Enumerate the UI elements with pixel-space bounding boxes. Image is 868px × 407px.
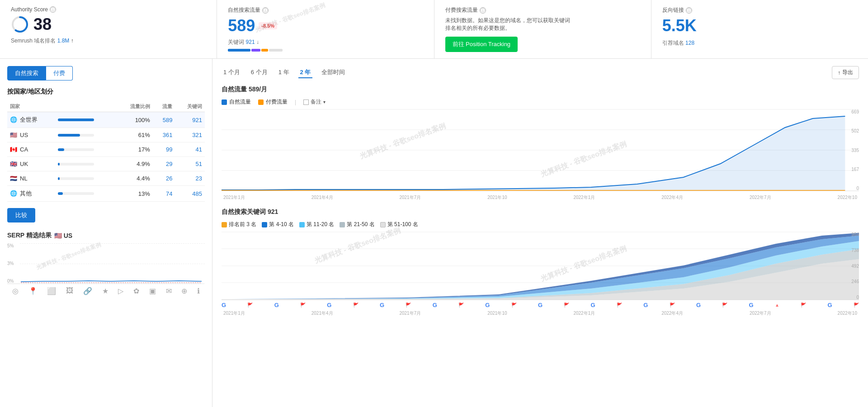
country-traffic[interactable]: 26	[153, 171, 175, 186]
domain-rank-value[interactable]: 1.8M	[57, 38, 70, 44]
traffic-bar-fill	[58, 118, 94, 121]
country-keywords[interactable]: 51	[175, 157, 205, 171]
country-bar-cell	[55, 186, 116, 202]
g-icon-2: G	[274, 302, 279, 308]
serp-icon-mail[interactable]: ✉	[166, 287, 172, 295]
time-btn-6m[interactable]: 6 个月	[249, 67, 269, 78]
time-btn-1y[interactable]: 1 年	[277, 67, 291, 78]
col-bar	[55, 101, 116, 112]
organic-traffic-title-label: 自然搜索流量 ⓘ	[228, 6, 423, 14]
kw-legend-51-100[interactable]: 第 51-100 名	[380, 221, 418, 228]
legend-organic-dot	[222, 99, 227, 105]
flag-11: ▲	[775, 303, 779, 308]
traffic-bar-bg	[58, 118, 94, 121]
serp-icon-plus[interactable]: ⊕	[181, 287, 187, 295]
serp-icon-circle[interactable]: ◎	[12, 287, 19, 295]
backlinks-sub: 引荐域名 128	[662, 39, 857, 47]
y-label-502: 502	[851, 128, 859, 133]
country-keywords[interactable]: 921	[175, 112, 205, 128]
compare-button[interactable]: 比较	[7, 208, 35, 222]
country-section-title: 按国家/地区划分	[7, 88, 205, 96]
time-btn-1m[interactable]: 1 个月	[222, 67, 242, 78]
y-label-0: 0	[851, 186, 859, 191]
kw-legend-11-20[interactable]: 第 11-20 名	[299, 221, 334, 228]
kw-legend-4-10[interactable]: 第 4-10 名	[262, 221, 294, 228]
kw-y-984: 984	[851, 232, 859, 237]
x-2022-1: 2022年1月	[573, 194, 595, 201]
country-keywords[interactable]: 321	[175, 128, 205, 142]
country-traffic[interactable]: 74	[153, 186, 175, 202]
country-traffic[interactable]: 29	[153, 157, 175, 171]
table-row: 🇳🇱NL 4.4% 26 23	[7, 171, 205, 186]
right-panel: 1 个月 6 个月 1 年 2 年 全部时间 ↑ 导出 自然流量 589/月 自…	[212, 59, 868, 407]
serp-icon-image[interactable]: 🖼	[66, 287, 73, 295]
tab-organic-search[interactable]: 自然搜索	[7, 66, 46, 80]
note-label: 备注	[311, 98, 321, 106]
country-keywords[interactable]: 41	[175, 142, 205, 157]
country-keywords[interactable]: 485	[175, 186, 205, 202]
serp-icon-box[interactable]: ⬜	[47, 287, 56, 295]
g-icon-5: G	[433, 302, 437, 308]
traffic-bar-fill	[58, 177, 59, 180]
serp-icon-grid[interactable]: ▣	[149, 287, 156, 295]
authority-score-info-icon[interactable]: ⓘ	[50, 6, 56, 13]
backlinks-title-label: 反向链接 ⓘ	[662, 6, 857, 14]
paid-traffic-title-label: 付费搜索流量 ⓘ	[445, 6, 640, 14]
time-buttons: 1 个月 6 个月 1 年 2 年 全部时间	[222, 67, 347, 78]
serp-icon-flower[interactable]: ✿	[133, 287, 139, 295]
tab-paid[interactable]: 付费	[46, 66, 73, 80]
kw-11-20-label: 第 11-20 名	[307, 221, 334, 228]
position-tracking-button[interactable]: 前往 Position Tracking	[445, 37, 518, 52]
referring-domains-label: 引荐域名	[662, 40, 684, 46]
authority-score-label: Authority Score	[11, 6, 48, 13]
paid-traffic-block: 付费搜索流量 ⓘ 未找到数据。如果这是您的域名，您可以获取关键词排名相关的所有必…	[434, 0, 651, 58]
serp-icon-link[interactable]: 🔗	[83, 287, 92, 295]
authority-score-block: Authority Score ⓘ 38 Semrush 域名排名 1.8M ↑	[0, 0, 217, 58]
backlinks-info-icon[interactable]: ⓘ	[686, 7, 692, 14]
legend-note[interactable]: 备注 ▾	[303, 98, 326, 106]
serp-icon-pin[interactable]: 📍	[28, 287, 38, 295]
export-button[interactable]: ↑ 导出	[832, 66, 859, 79]
traffic-bar-bg	[58, 148, 94, 151]
keywords-legend: 排名前 3 名 第 4-10 名 第 11-20 名 第 21-50 名 第 5…	[222, 221, 859, 228]
country-traffic[interactable]: 589	[153, 112, 175, 128]
g-icon-11: G	[749, 302, 754, 308]
g-icon-1: G	[222, 302, 226, 308]
serp-icon-play[interactable]: ▷	[118, 287, 123, 295]
country-keywords[interactable]: 23	[175, 171, 205, 186]
time-btn-all[interactable]: 全部时间	[320, 67, 347, 78]
authority-score-sub: Semrush 域名排名 1.8M ↑	[11, 37, 206, 45]
time-btn-2y[interactable]: 2 年	[298, 67, 313, 78]
paid-traffic-info-icon[interactable]: ⓘ	[480, 7, 486, 14]
organic-traffic-badge: -8.5%	[259, 22, 277, 29]
export-icon: ↑	[838, 70, 840, 76]
serp-icon-star[interactable]: ★	[102, 287, 108, 295]
g-icon-3: G	[327, 302, 331, 308]
referring-domains-value[interactable]: 128	[685, 40, 694, 46]
country-traffic[interactable]: 99	[153, 142, 175, 157]
kw-x-2022-7: 2022年7月	[750, 310, 771, 317]
organic-traffic-section: 自然流量 589/月 自然流量 付费流量 | 备注 ▾	[222, 85, 859, 201]
flag-13: 🚩	[854, 303, 859, 308]
organic-traffic-info-icon[interactable]: ⓘ	[262, 7, 269, 14]
g-icon-8: G	[591, 302, 595, 308]
kw-legend-top3[interactable]: 排名前 3 名	[222, 221, 256, 228]
country-bar-cell	[55, 128, 116, 142]
serp-icon-info[interactable]: ℹ	[197, 287, 200, 295]
legend-organic[interactable]: 自然流量	[222, 98, 251, 106]
legend-paid-label: 付费流量	[266, 98, 288, 106]
organic-traffic-block: 自然搜索流量 ⓘ 589 -8.5% 关键词 921 ↓ 光算科技 - 谷歌se…	[217, 0, 434, 58]
serp-icons-row: ◎ 📍 ⬜ 🖼 🔗 ★ ▷ ✿ ▣ ✉ ⊕ ℹ	[7, 287, 205, 295]
keywords-value[interactable]: 921	[246, 39, 256, 45]
legend-paid[interactable]: 付费流量	[258, 98, 288, 106]
country-traffic[interactable]: 361	[153, 128, 175, 142]
country-pct: 100%	[116, 112, 153, 128]
authority-score-title: Authority Score ⓘ	[11, 6, 206, 13]
kw-top3-checkbox	[222, 222, 227, 227]
flag-3: 🚩	[353, 303, 359, 308]
legend-paid-dot	[258, 99, 264, 105]
organic-traffic-chart-title: 自然流量 589/月	[222, 85, 859, 94]
country-bar-cell	[55, 142, 116, 157]
kw-legend-21-50[interactable]: 第 21-50 名	[340, 221, 374, 228]
g-icon-7: G	[538, 302, 542, 308]
